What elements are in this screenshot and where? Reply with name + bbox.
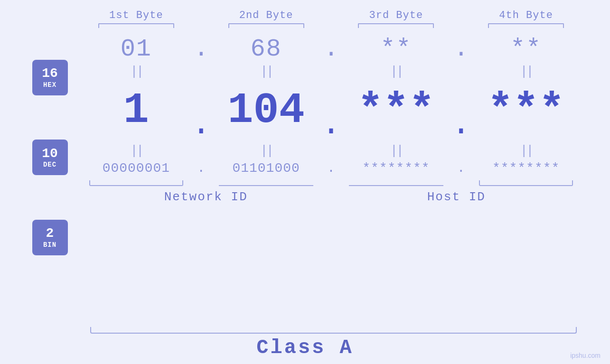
class-label: Class A [256, 336, 353, 359]
watermark: ipshu.com [570, 352, 601, 359]
dec-badge-label: DEC [43, 161, 56, 168]
bin-b2: 01101000 [232, 161, 300, 176]
bin-dot1: . [197, 161, 205, 176]
byte2-label: 2nd Byte [239, 9, 293, 21]
equals7: || [390, 143, 403, 158]
equals8: || [520, 143, 532, 158]
hex-dot1: . [194, 35, 208, 63]
dec-dot2: . [321, 108, 341, 141]
bin-dot2: . [327, 161, 335, 176]
bin-badge: 2 BIN [32, 220, 68, 255]
bin-dot3: . [457, 161, 465, 176]
bin-b1: 00000001 [103, 161, 170, 176]
dec-b1: 1 [123, 89, 149, 132]
byte1-label: 1st Byte [109, 9, 163, 21]
equals1: || [130, 64, 142, 79]
dec-b3: *** [357, 89, 434, 132]
dec-dot1: . [191, 108, 211, 141]
byte4-label: 4th Byte [499, 9, 553, 21]
dec-b4: *** [488, 89, 564, 132]
bin-b3: ******** [362, 161, 430, 176]
equals5: || [130, 143, 142, 158]
hex-badge: 16 HEX [32, 60, 68, 95]
byte3-label: 3rd Byte [369, 9, 423, 21]
hex-b2: 68 [250, 35, 282, 63]
bin-badge-label: BIN [43, 241, 56, 249]
hex-dot2: . [324, 35, 338, 63]
dec-b2: 104 [228, 89, 305, 132]
equals2: || [260, 64, 272, 79]
network-id-label: Network ID [164, 190, 248, 204]
equals6: || [260, 143, 272, 158]
bin-b4: ******** [492, 161, 560, 176]
dec-badge-number: 10 [42, 147, 58, 161]
hex-b1: 01 [121, 35, 152, 63]
hex-b4: ** [510, 35, 542, 63]
hex-dot3: . [454, 35, 469, 63]
host-id-label: Host ID [427, 190, 486, 204]
hex-badge-number: 16 [42, 66, 58, 81]
hex-badge-label: HEX [43, 81, 56, 89]
equals4: || [520, 64, 532, 79]
equals3: || [390, 64, 403, 79]
bin-badge-number: 2 [46, 226, 54, 241]
dec-dot3: . [451, 108, 471, 141]
dec-badge: 10 DEC [32, 140, 68, 175]
class-bracket [90, 327, 577, 334]
hex-b3: ** [380, 35, 412, 63]
